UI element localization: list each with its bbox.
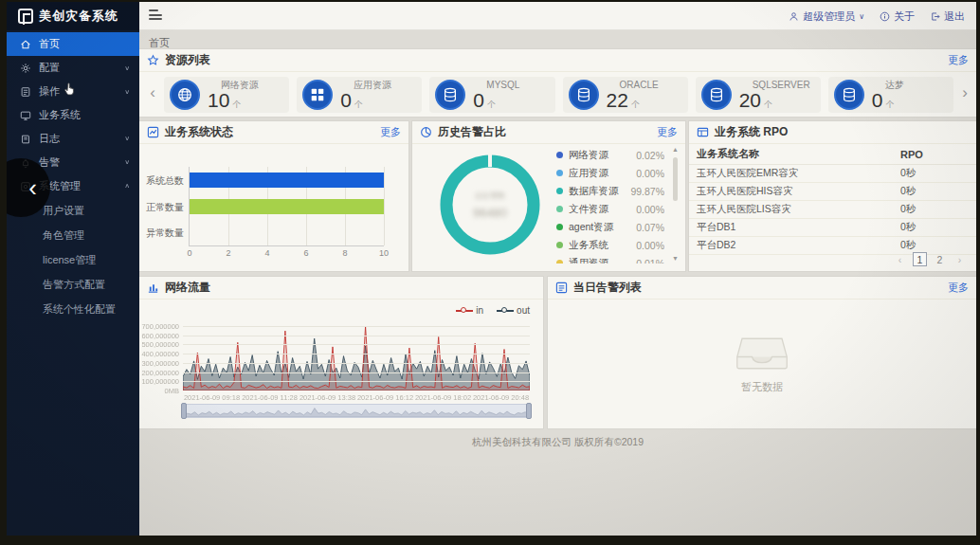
pagination-prev[interactable]: ‹: [893, 252, 907, 266]
legend-value: 0.02%: [636, 150, 664, 161]
legend-item-数据库资源[interactable]: 数据库资源99.87%: [556, 182, 664, 200]
star-icon: [147, 54, 159, 66]
legend-item-文件资源[interactable]: 文件资源0.00%: [556, 200, 664, 218]
database-icon: [834, 80, 864, 110]
about-button[interactable]: 关于: [880, 9, 915, 24]
donut-center-value: 96480: [473, 206, 507, 220]
card-count: 0: [340, 89, 352, 111]
sidebar-item-business-system[interactable]: 业务系统: [7, 103, 139, 127]
bar-2: [190, 199, 384, 214]
card-count: 0: [872, 89, 883, 111]
meichuang-logo-icon: [18, 9, 33, 24]
pie-chart-icon: [420, 126, 432, 138]
menu-toggle-icon[interactable]: [149, 9, 162, 21]
carousel-left-arrow[interactable]: ‹: [145, 83, 160, 102]
logout-label: 退出: [944, 9, 965, 24]
card-count: 20: [739, 89, 761, 111]
legend-name: 通用资源: [569, 257, 636, 264]
legend-item-网络资源[interactable]: 网络资源0.02%: [556, 146, 664, 164]
card-text: SQLSERVER20个: [739, 80, 810, 111]
legend-item-in[interactable]: in: [456, 305, 483, 316]
legend-name: in: [476, 305, 483, 316]
pagination-next[interactable]: ›: [953, 252, 967, 266]
x-tick-label: 2021-06-09 11:28: [242, 393, 298, 402]
chevron-down-icon: ∨: [124, 159, 130, 166]
alerts-more-link[interactable]: 更多: [948, 281, 969, 295]
resource-card-dameng[interactable]: 达梦0个: [828, 77, 953, 113]
card-name: 应用资源: [354, 80, 391, 90]
legend-value: 0.07%: [636, 222, 664, 233]
sidebar-item-label: 首页: [39, 37, 60, 51]
database-icon: [701, 80, 732, 110]
pagination-page-1[interactable]: 1: [913, 252, 927, 266]
sidebar-subitem-role-management[interactable]: 角色管理: [7, 223, 139, 247]
user-menu[interactable]: 超级管理员 ∨: [789, 9, 864, 24]
card-text: 应用资源0个: [340, 80, 391, 111]
alarm-legend: 网络资源0.02%应用资源0.00%数据库资源99.87%文件资源0.00%ag…: [556, 146, 664, 263]
legend-line-marker: [456, 307, 473, 315]
sidebar-item-config[interactable]: 配置∨: [7, 56, 139, 80]
resources-more-link[interactable]: 更多: [948, 53, 969, 67]
legend-scrollbar[interactable]: ▲ ▼: [671, 146, 680, 262]
sidebar-item-operation[interactable]: 操作∨: [7, 80, 139, 103]
scroll-thumb[interactable]: [673, 157, 678, 201]
resource-card-sqlserver[interactable]: SQLSERVER20个: [696, 77, 821, 113]
card-count-line: 22个: [607, 90, 659, 111]
sidebar-subitem-license-management[interactable]: license管理: [7, 247, 139, 272]
resource-card-oracle[interactable]: ORACLE22个: [563, 77, 688, 113]
about-label: 关于: [894, 9, 915, 24]
resource-card-mysql[interactable]: MYSQL0个: [429, 77, 554, 113]
legend-name: 业务系统: [569, 239, 636, 252]
topbar-actions: 超级管理员 ∨ 关于 退出: [789, 2, 965, 30]
card-name: 达梦: [885, 80, 904, 90]
datazoom-right-handle[interactable]: [526, 403, 532, 419]
rpo-value: 0秒: [900, 239, 976, 252]
datazoom-slider[interactable]: [183, 404, 530, 418]
y-tick-label: 200,000000: [141, 368, 179, 376]
bar-category-label: 异常数量: [140, 227, 184, 240]
x-tick-label: 0: [187, 248, 191, 258]
legend-value: 0.00%: [636, 240, 664, 251]
legend-item-agent资源[interactable]: agent资源0.07%: [556, 218, 664, 236]
card-text: 达梦0个: [872, 80, 904, 111]
legend-item-通用资源[interactable]: 通用资源0.01%: [556, 254, 664, 263]
legend-item-应用资源[interactable]: 应用资源0.00%: [556, 164, 664, 182]
legend-item-业务系统[interactable]: 业务系统0.00%: [556, 236, 664, 254]
logout-icon: [930, 11, 940, 22]
pagination-page-2[interactable]: 2: [933, 252, 947, 266]
logout-button[interactable]: 退出: [930, 9, 965, 24]
x-tick-label: 4: [264, 248, 269, 258]
table-row: 平台DB10秒: [689, 219, 976, 237]
alarm-ratio-panel: 历史告警占比 更多 总告警数 96480 网络资源0.02%应用资源0.00%数…: [412, 121, 685, 271]
legend-dot: [556, 242, 563, 248]
scroll-up-icon[interactable]: ▲: [671, 146, 680, 153]
resource-card-network[interactable]: 网络资源10个: [164, 77, 289, 113]
alarm-more-link[interactable]: 更多: [657, 125, 678, 139]
donut-center-label: 总告警数: [475, 191, 505, 201]
card-unit: 个: [232, 100, 241, 109]
resource-list-panel: 资源列表 更多 ‹ 网络资源10个应用资源0个MYSQL0个ORACLE22个S…: [139, 49, 976, 117]
legend-name: 应用资源: [569, 167, 636, 180]
sidebar-item-log[interactable]: 日志∨: [7, 127, 139, 151]
resource-card-app[interactable]: 应用资源0个: [297, 77, 422, 113]
grid-line: [183, 363, 530, 364]
sidebar-subitem-alarm-method-config[interactable]: 告警方式配置: [7, 272, 139, 297]
status-more-link[interactable]: 更多: [380, 125, 401, 139]
card-text: ORACLE22个: [607, 80, 659, 111]
panel-title: 历史告警占比: [438, 124, 506, 140]
grid-line: [384, 167, 385, 245]
empty-text: 暂无数据: [741, 380, 783, 394]
legend-dot: [556, 188, 563, 194]
gear-icon: [20, 63, 31, 74]
carousel-right-arrow[interactable]: ›: [957, 83, 972, 102]
sidebar-item-home[interactable]: 首页: [7, 32, 139, 56]
database-icon: [569, 80, 599, 110]
legend-item-out[interactable]: out: [497, 305, 530, 316]
sidebar-subitem-system-personalization[interactable]: 系统个性化配置: [7, 297, 139, 321]
datazoom-left-handle[interactable]: [181, 403, 187, 419]
grid-line: [183, 381, 530, 382]
network-legend: inout: [456, 305, 530, 316]
scroll-down-icon[interactable]: ▼: [671, 255, 680, 262]
rpo-table-header: 业务系统名称 RPO: [689, 144, 976, 165]
card-count-line: 20个: [739, 90, 810, 111]
